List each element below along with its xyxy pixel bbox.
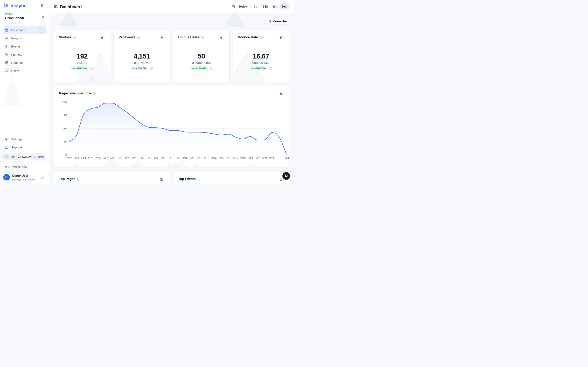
svg-text:65: 65 <box>64 140 67 143</box>
svg-text:3/3: 3/3 <box>132 157 136 160</box>
svg-text:3/24: 3/24 <box>284 157 289 160</box>
svg-text:3/22: 3/22 <box>269 157 274 160</box>
svg-text:195: 195 <box>62 114 67 117</box>
svg-text:2/24: 2/24 <box>81 157 86 160</box>
svg-text:3/4: 3/4 <box>140 157 143 160</box>
svg-text:3/7: 3/7 <box>161 157 165 160</box>
svg-text:3/13: 3/13 <box>204 157 209 160</box>
svg-text:260: 260 <box>62 101 67 104</box>
svg-text:3/19: 3/19 <box>248 157 253 160</box>
svg-text:3/18: 3/18 <box>240 157 245 160</box>
svg-text:3/17: 3/17 <box>233 157 238 160</box>
svg-text:3/9: 3/9 <box>176 157 180 160</box>
svg-text:3/11: 3/11 <box>190 157 195 160</box>
svg-text:3/8: 3/8 <box>169 157 172 160</box>
svg-text:3/10: 3/10 <box>182 157 187 160</box>
svg-text:2/23: 2/23 <box>74 157 79 160</box>
svg-text:2/26: 2/26 <box>95 157 100 160</box>
svg-text:2/22: 2/22 <box>66 157 71 160</box>
svg-text:2/28: 2/28 <box>110 157 115 160</box>
svg-text:3/16: 3/16 <box>226 157 231 160</box>
svg-text:2/25: 2/25 <box>88 157 93 160</box>
svg-text:3/6: 3/6 <box>154 157 158 160</box>
svg-text:3/15: 3/15 <box>219 157 224 160</box>
svg-text:3/1: 3/1 <box>118 157 121 160</box>
svg-text:3/14: 3/14 <box>211 157 216 160</box>
svg-text:130: 130 <box>62 127 67 130</box>
svg-text:3/5: 3/5 <box>147 157 150 160</box>
svg-text:0: 0 <box>65 153 67 156</box>
svg-text:3/20: 3/20 <box>255 157 260 160</box>
svg-text:3/2: 3/2 <box>125 157 129 160</box>
svg-text:3/12: 3/12 <box>197 157 202 160</box>
svg-text:2/27: 2/27 <box>103 157 108 160</box>
svg-text:3/21: 3/21 <box>262 157 267 160</box>
